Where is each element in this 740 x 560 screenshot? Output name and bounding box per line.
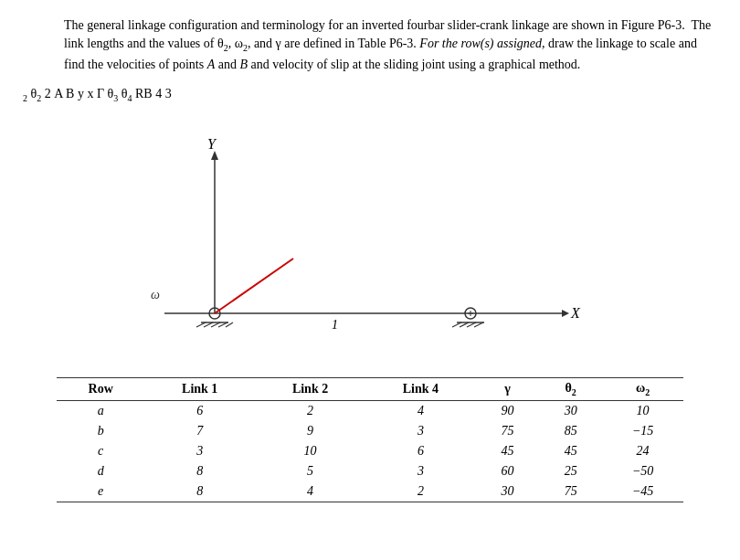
cell-link1: 8 [144, 461, 255, 481]
cell-link1: 8 [144, 481, 255, 502]
cell-link1: 3 [144, 441, 255, 461]
cell-theta2: 85 [539, 421, 602, 441]
cell-theta2: 45 [539, 441, 602, 461]
problem-number [22, 16, 57, 74]
cell-link2: 4 [255, 481, 365, 502]
cell-theta2: 25 [539, 461, 602, 481]
svg-text:X: X [570, 305, 581, 321]
cell-gamma: 75 [476, 421, 539, 441]
cell-link4: 3 [365, 461, 476, 481]
cell-row: c [57, 441, 144, 461]
problem-container: The general linkage configuration and te… [22, 16, 718, 74]
diagram: X Y 1 [23, 87, 717, 370]
cell-row: e [57, 481, 144, 502]
cell-link2: 9 [255, 421, 365, 441]
cell-theta2: 75 [539, 481, 602, 502]
col-header-row: Row [57, 377, 144, 400]
cell-link2: 10 [255, 441, 365, 461]
cell-omega2: 10 [602, 400, 683, 421]
table-row: c 3 10 6 45 45 24 [57, 441, 683, 461]
cell-gamma: 45 [476, 441, 539, 461]
svg-marker-4 [211, 151, 218, 160]
col-header-gamma: γ [476, 377, 539, 400]
cell-omega2: −50 [602, 461, 683, 481]
problem-body: The general linkage configuration and te… [64, 16, 718, 74]
svg-text:ω: ω [151, 288, 160, 301]
cell-row: a [57, 400, 144, 421]
cell-gamma: 30 [476, 481, 539, 502]
table-row: d 8 5 3 60 25 −50 [57, 461, 683, 481]
cell-link1: 7 [144, 421, 255, 441]
cell-link2: 2 [255, 400, 365, 421]
linkage-diagram: X Y 1 [23, 87, 717, 370]
col-header-link2: Link 2 [255, 377, 365, 400]
cell-omega2: −15 [602, 421, 683, 441]
cell-link1: 6 [144, 400, 255, 421]
col-header-link4: Link 4 [365, 377, 476, 400]
cell-gamma: 90 [476, 400, 539, 421]
svg-text:Y: Y [207, 136, 217, 152]
data-table: Row Link 1 Link 2 Link 4 γ θ2 ω2 a 6 2 4… [57, 377, 683, 502]
cell-link4: 6 [365, 441, 476, 461]
cell-gamma: 60 [476, 461, 539, 481]
cell-row: d [57, 461, 144, 481]
table-header-row: Row Link 1 Link 2 Link 4 γ θ2 ω2 [57, 377, 683, 400]
col-header-link1: Link 1 [144, 377, 255, 400]
table-row: b 7 9 3 75 85 −15 [57, 421, 683, 441]
cell-link2: 5 [255, 461, 365, 481]
cell-row: b [57, 421, 144, 441]
cell-omega2: −45 [602, 481, 683, 502]
col-header-omega2: ω2 [602, 377, 683, 400]
cell-link4: 4 [365, 400, 476, 421]
cell-link4: 3 [365, 421, 476, 441]
svg-line-22 [215, 259, 293, 313]
cell-link4: 2 [365, 481, 476, 502]
svg-marker-1 [562, 310, 569, 317]
table-row: e 8 4 2 30 75 −45 [57, 481, 683, 502]
table-row: a 6 2 4 90 30 10 [57, 400, 683, 421]
cell-theta2: 30 [539, 400, 602, 421]
svg-text:1: 1 [332, 318, 338, 332]
cell-omega2: 24 [602, 441, 683, 461]
col-header-theta2: θ2 [539, 377, 602, 400]
